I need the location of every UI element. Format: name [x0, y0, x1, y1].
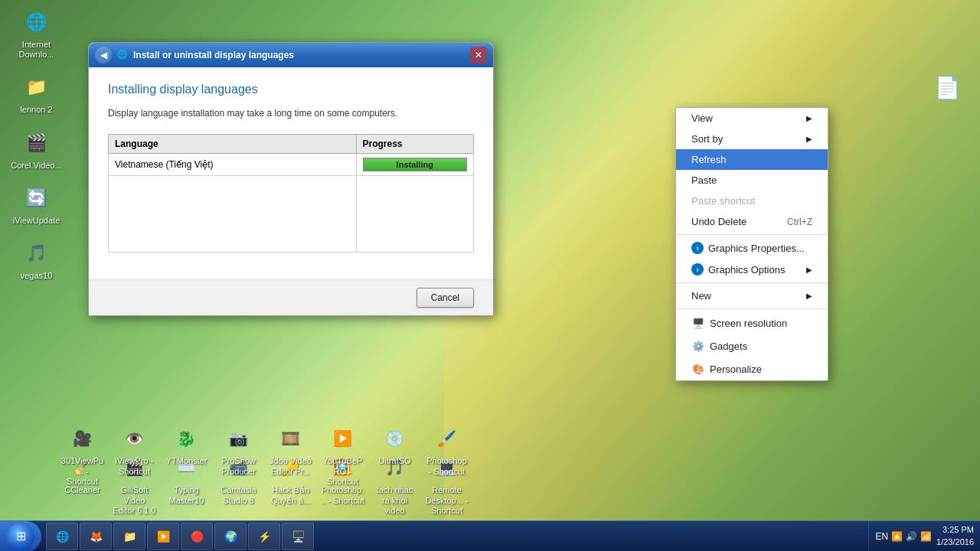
menu-item-graphics-properties[interactable]: i Graphics Properties... [676, 237, 828, 259]
menu-separator-1 [676, 234, 828, 235]
menu-item-personalize[interactable]: 🎨 Personalize [676, 357, 828, 380]
taskbar-second-row: 🎥 301ViewPu... - Shortcut 👁️ iViewPro - … [57, 420, 472, 490]
desktop-icon-iviewupdate[interactable]: 🔄 iViewUpdate [8, 180, 65, 229]
clock-date: 1/23/2016 [936, 536, 974, 548]
corel-label: Corel.Video... [11, 161, 61, 171]
intel-icon-2: i [691, 263, 704, 276]
desktop-icon-vegas10[interactable]: 🎵 vegas10 [8, 235, 65, 284]
bottom2-icon-jdoo[interactable]: 🎞️ Jdoo Video Editor Pr... [266, 420, 315, 490]
speaker-icon[interactable]: 🔊 [906, 531, 917, 542]
menu-item-graphics-options[interactable]: i Graphics Options ▶ [676, 259, 828, 280]
menu-item-view-label: View [691, 112, 713, 124]
menu-separator-3 [676, 308, 828, 309]
menu-item-screen-resolution[interactable]: 🖥️ Screen resolution [676, 311, 828, 334]
remote-label: Remote Desktop... - Shortcut [425, 485, 469, 516]
ytmonster-icon: 🐉 [172, 423, 202, 454]
iview-label: iViewPro - Shortcut [113, 456, 156, 476]
bottom2-icon-ytmonster[interactable]: 🐉 YTMonster [162, 420, 211, 490]
lennon-folder-icon: 📁 [21, 72, 52, 103]
undo-shortcut-label: Ctrl+Z [787, 217, 812, 227]
folder-icon: 📁 [122, 529, 137, 544]
progress-bar-container: Installing [363, 158, 468, 171]
menu-item-paste-shortcut: Paste shortcut [676, 191, 828, 211]
table-row: Vietnamese (Tiếng Việt) Installing [109, 154, 474, 176]
jdoo-label: Jdoo Video Editor Pr... [269, 456, 312, 476]
vegas10-icon: 🎵 [21, 238, 52, 269]
install-dialog: ◀ 🌐 Install or uninstall display languag… [88, 42, 494, 316]
system-tray-icons: EN 🔼 🔊 📶 [875, 531, 932, 542]
cancel-button[interactable]: Cancel [416, 288, 474, 308]
menu-item-paste[interactable]: Paste [676, 170, 828, 191]
intel-icon-1: i [691, 242, 704, 254]
dialog-close-button[interactable]: ✕ [470, 47, 487, 64]
taskbar-app2[interactable]: ⚡ [248, 523, 280, 550]
proshow-icon: 📷 [224, 423, 254, 454]
internet-download-icon: 🌐 [21, 7, 52, 37]
youtube-label: YouTuBePRO - Shortcut [321, 456, 364, 487]
menu-item-refresh-label: Refresh [691, 154, 727, 165]
desktop-icon-internet-download[interactable]: 🌐 Internet Downlo... [8, 4, 65, 63]
desktop-icon-document[interactable]: 📄 [919, 69, 976, 108]
iview-icon: 👁️ [119, 423, 150, 454]
start-orb [7, 523, 34, 550]
dialog-title-text: Install or uninstall display languages [133, 50, 466, 60]
language-cell: Vietnamese (Tiếng Việt) [109, 154, 357, 176]
vegas10-label: vegas10 [21, 271, 53, 281]
taskbar-items: 🌐 🦊 📁 ▶️ 🔴 🌍 ⚡ 🖥️ [44, 521, 868, 551]
taskbar-browser[interactable]: 🦊 [80, 523, 112, 550]
sort-submenu-arrow: ▶ [806, 135, 812, 143]
start-button[interactable] [0, 521, 41, 552]
dialog-footer: Cancel [89, 279, 493, 315]
taskbar-folder[interactable]: 📁 [113, 523, 145, 550]
dialog-back-button[interactable]: ◀ [95, 47, 112, 64]
media-icon: ▶️ [155, 529, 171, 544]
taskbar: 🌐 🦊 📁 ▶️ 🔴 🌍 ⚡ 🖥️ [0, 520, 980, 551]
bottom2-icon-ultraiso[interactable]: 💿 UltraISO [370, 420, 420, 490]
menu-item-sort-by[interactable]: Sort by ▶ [676, 129, 828, 149]
menu-item-refresh[interactable]: Refresh [676, 149, 828, 170]
bottom2-icon-iview[interactable]: 👁️ iViewPro - Shortcut [109, 420, 159, 490]
iviewupdate-icon: 🔄 [21, 183, 52, 214]
desktop: 🌐 Internet Downlo... 📁 lennon 2 🎬 Corel.… [0, 0, 980, 551]
taskbar-chrome[interactable]: 🌍 [214, 523, 247, 550]
taskbar-ie[interactable]: 🌐 [46, 523, 78, 550]
graphics-properties-label: i Graphics Properties... [691, 242, 805, 254]
ps-label: Photoshop - Shortcut [425, 456, 469, 476]
bottom2-icon-youtube[interactable]: ▶️ YouTuBePRO - Shortcut [318, 420, 368, 490]
dialog-body: Installing display languages Display lan… [89, 67, 493, 279]
dialog-heading: Installing display languages [108, 83, 474, 96]
menu-item-undo-label: Undo Delete [691, 216, 746, 227]
taskbar-app3[interactable]: 🖥️ [282, 523, 314, 550]
bottom2-icon-301[interactable]: 🎥 301ViewPu... - Shortcut [57, 420, 107, 490]
network-icon[interactable]: 📶 [920, 531, 932, 542]
desktop-icon-corel[interactable]: 🎬 Corel.Video... [8, 125, 65, 174]
menu-item-gadgets[interactable]: ⚙️ Gadgets [676, 334, 828, 357]
menu-item-sort-label: Sort by [691, 133, 723, 145]
gilsoft-label: GiliSoft Video Editor 6.1.0 [113, 485, 156, 516]
new-submenu-arrow: ▶ [806, 292, 812, 300]
menu-item-view[interactable]: View ▶ [676, 108, 828, 129]
bottom2-icon-proshow[interactable]: 📷 ProShow Producer [214, 420, 263, 490]
jdoo-icon: 🎞️ [276, 423, 306, 454]
menu-separator-2 [676, 282, 828, 283]
menu-item-paste-label: Paste [691, 174, 717, 186]
ps-icon: 🖌️ [432, 423, 462, 454]
desktop-icon-lennon[interactable]: 📁 lennon 2 [8, 69, 65, 118]
bottom2-icon-ps[interactable]: 🖌️ Photoshop - Shortcut [422, 420, 472, 490]
language-table: Language Progress Vietnamese (Tiếng Việt… [108, 134, 474, 253]
gadgets-label: ⚙️ Gadgets [691, 339, 747, 353]
lennon-label: lennon 2 [20, 105, 52, 115]
clock[interactable]: 3:25 PM 1/23/2016 [936, 524, 974, 548]
taskbar-app1[interactable]: 🔴 [181, 523, 213, 550]
menu-item-undo-delete[interactable]: Undo Delete Ctrl+Z [676, 211, 828, 232]
context-menu: View ▶ Sort by ▶ Refresh Paste Paste sho… [675, 107, 828, 381]
screen-resolution-label: 🖥️ Screen resolution [691, 316, 787, 330]
menu-item-paste-shortcut-label: Paste shortcut [691, 195, 755, 207]
menu-item-new[interactable]: New ▶ [676, 285, 828, 306]
ytmonster-label: YTMonster [166, 456, 207, 466]
corel-icon: 🎬 [21, 128, 52, 158]
dialog-description: Display language installation may take a… [108, 108, 474, 119]
taskbar-media[interactable]: ▶️ [147, 523, 179, 550]
menu-item-new-label: New [691, 290, 711, 302]
dialog-titlebar: ◀ 🌐 Install or uninstall display languag… [89, 43, 493, 67]
